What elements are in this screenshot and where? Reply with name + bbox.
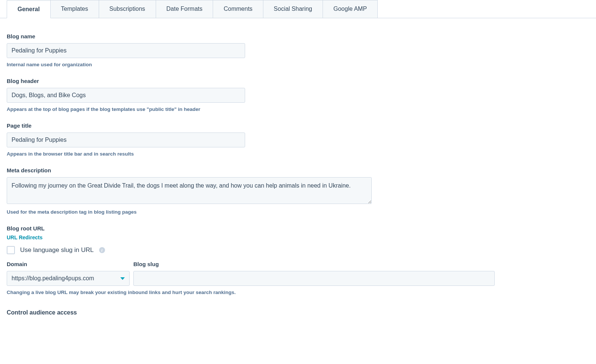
blog-name-help: Internal name used for organization <box>7 62 589 67</box>
blog-root-url-group: Blog root URL URL Redirects Use language… <box>7 225 589 295</box>
language-slug-label: Use language slug in URL <box>20 246 94 254</box>
url-row: Domain https://blog.pedaling4pups.com Bl… <box>7 261 589 286</box>
settings-tabs: General Templates Subscriptions Date For… <box>0 0 596 18</box>
url-redirects-link[interactable]: URL Redirects <box>7 234 42 240</box>
settings-content: Blog name Internal name used for organiz… <box>0 18 596 323</box>
tab-social-sharing[interactable]: Social Sharing <box>263 0 323 18</box>
tab-google-amp[interactable]: Google AMP <box>323 0 378 18</box>
chevron-down-icon <box>120 277 125 280</box>
blog-header-group: Blog header Appears at the top of blog p… <box>7 78 589 112</box>
page-title-help: Appears in the browser title bar and in … <box>7 151 589 157</box>
meta-description-input[interactable] <box>7 177 372 204</box>
page-title-group: Page title Appears in the browser title … <box>7 122 589 157</box>
blog-root-url-help: Changing a live blog URL may break your … <box>7 290 589 295</box>
domain-select[interactable]: https://blog.pedaling4pups.com <box>7 271 130 286</box>
page-title-input[interactable] <box>7 132 245 147</box>
page-title-label: Page title <box>7 122 589 129</box>
blog-root-url-label: Blog root URL <box>7 225 589 232</box>
blog-slug-input[interactable] <box>133 271 495 286</box>
blog-header-label: Blog header <box>7 78 589 84</box>
meta-description-group: Meta description Used for the meta descr… <box>7 167 589 215</box>
tab-general[interactable]: General <box>7 0 51 18</box>
info-icon[interactable]: i <box>99 247 105 253</box>
blog-header-input[interactable] <box>7 88 245 103</box>
slug-column: Blog slug <box>133 261 495 286</box>
tab-date-formats[interactable]: Date Formats <box>156 0 213 18</box>
domain-label: Domain <box>7 261 130 267</box>
tab-subscriptions[interactable]: Subscriptions <box>99 0 156 18</box>
blog-name-group: Blog name Internal name used for organiz… <box>7 33 589 67</box>
slug-label: Blog slug <box>133 261 495 267</box>
meta-description-label: Meta description <box>7 167 589 173</box>
domain-column: Domain https://blog.pedaling4pups.com <box>7 261 130 286</box>
tab-comments[interactable]: Comments <box>213 0 263 18</box>
language-slug-checkbox[interactable] <box>7 246 15 254</box>
blog-name-label: Blog name <box>7 33 589 39</box>
meta-description-help: Used for the meta description tag in blo… <box>7 209 589 215</box>
blog-name-input[interactable] <box>7 43 245 58</box>
domain-value: https://blog.pedaling4pups.com <box>12 275 94 282</box>
language-slug-row: Use language slug in URL i <box>7 246 589 254</box>
audience-access-heading: Control audience access <box>7 309 589 316</box>
tab-templates[interactable]: Templates <box>50 0 99 18</box>
blog-header-help: Appears at the top of blog pages if the … <box>7 106 589 112</box>
